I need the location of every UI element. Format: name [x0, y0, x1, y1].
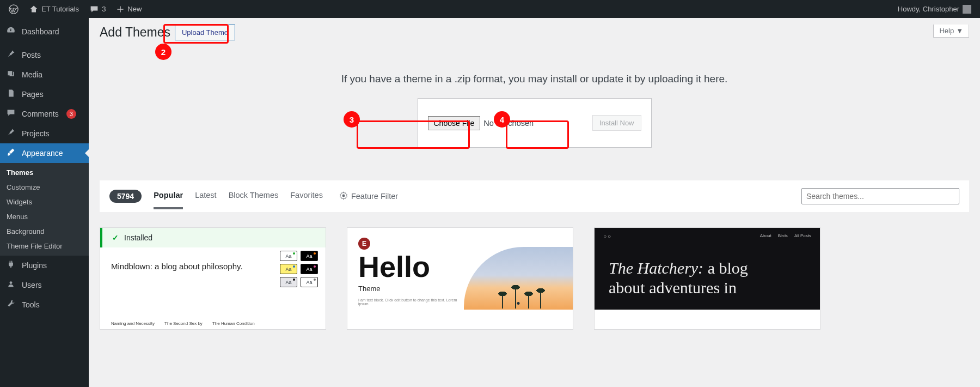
menu-users-label: Users: [22, 281, 42, 289]
pin-icon: [5, 50, 16, 61]
wordpress-icon: [9, 4, 19, 14]
wp-logo[interactable]: [4, 0, 23, 18]
menu-posts-label: Posts: [22, 51, 41, 59]
choose-file-button[interactable]: Choose File: [428, 116, 481, 130]
menu-projects-label: Projects: [22, 129, 50, 138]
headline-italic: The Hatchery:: [609, 259, 703, 277]
gear-icon: [339, 191, 348, 202]
theme-preview: Mindblown: a blog about philosophy. AaAa…: [100, 247, 326, 329]
plug-icon: [5, 260, 16, 271]
theme-card[interactable]: ✓ Installed Mindblown: a blog about phil…: [100, 227, 326, 330]
svg-point-1: [10, 281, 13, 284]
theme-filter-bar: 5794 Popular Latest Block Themes Favorit…: [100, 180, 969, 212]
preview-col2: The Second Sex by: [164, 321, 203, 326]
submenu-customize[interactable]: Customize: [0, 180, 89, 195]
elementor-icon: E: [358, 238, 370, 250]
theme-grid: ✓ Installed Mindblown: a blog about phil…: [100, 227, 969, 330]
admin-top-bar: ET Tutorials 3 New Howdy, Christopher: [0, 0, 980, 18]
menu-pages[interactable]: Pages: [0, 84, 89, 104]
menu-tools[interactable]: Tools: [0, 295, 89, 315]
installed-banner: ✓ Installed: [100, 228, 326, 247]
users-icon: [5, 280, 16, 291]
menu-appearance[interactable]: Appearance: [0, 143, 89, 163]
upload-box: Choose File No file chosen Install Now: [418, 98, 652, 148]
chevron-down-icon: ▼: [956, 27, 963, 35]
search-themes-input[interactable]: [801, 188, 959, 204]
menu-media[interactable]: Media: [0, 65, 89, 84]
tab-latest[interactable]: Latest: [195, 191, 217, 209]
user-avatar: [963, 5, 971, 14]
comment-icon: [90, 5, 99, 14]
submenu-background[interactable]: Background: [0, 224, 89, 239]
feature-filter-label: Feature Filter: [351, 192, 398, 201]
upload-panel: If you have a theme in a .zip format, yo…: [100, 73, 969, 148]
preview-logo: ○○: [603, 233, 612, 239]
menu-dashboard[interactable]: Dashboard: [0, 18, 89, 45]
theme-preview: E Hello Theme I am text block. Click edi…: [347, 228, 573, 310]
wrench-icon: [5, 299, 16, 310]
preview-headline: The Hatchery: a blog about adventures in: [609, 258, 783, 298]
upload-hint-text: If you have a theme in a .zip format, yo…: [100, 73, 969, 85]
upload-theme-button[interactable]: Upload Theme: [175, 25, 235, 40]
tab-favorites[interactable]: Favorites: [290, 191, 323, 209]
submenu-theme-editor[interactable]: Theme File Editor: [0, 239, 89, 253]
theme-preview: ○○ About Birds All Posts The Hatchery: a…: [595, 228, 820, 310]
menu-dashboard-label: Dashboard: [22, 27, 59, 36]
submenu-menus[interactable]: Menus: [0, 209, 89, 224]
feature-filter-link[interactable]: Feature Filter: [339, 191, 398, 202]
menu-projects[interactable]: Projects: [0, 124, 89, 143]
nav-item: All Posts: [794, 233, 811, 238]
menu-comments-label: Comments: [22, 110, 59, 118]
howdy-text: Howdy, Christopher: [898, 5, 959, 13]
menu-users[interactable]: Users: [0, 275, 89, 295]
admin-sidebar: Dashboard Posts Media Pages Comments 3 P…: [0, 18, 89, 387]
comments-count-badge: 3: [66, 109, 76, 119]
preview-col1: Naming and Necessity: [111, 321, 155, 326]
preview-col3: The Human Condition: [212, 321, 255, 326]
style-swatches: AaAa AaAa AaAa: [280, 251, 318, 287]
annotation-badge-4: 4: [494, 111, 510, 128]
installed-label: Installed: [124, 233, 152, 242]
brush-icon: [5, 148, 16, 159]
new-label: New: [127, 5, 142, 13]
submenu-themes[interactable]: Themes: [0, 165, 89, 180]
menu-plugins[interactable]: Plugins: [0, 256, 89, 275]
menu-pages-label: Pages: [22, 90, 44, 99]
page-title: Add Themes: [100, 25, 170, 40]
howdy-user[interactable]: Howdy, Christopher: [893, 0, 976, 18]
home-icon: [29, 5, 38, 14]
help-tab[interactable]: Help ▼: [933, 25, 969, 38]
annotation-badge-2: 2: [155, 44, 171, 60]
content-area: Help ▼ Add Themes Upload Theme If you ha…: [89, 18, 980, 387]
plus-icon: [117, 5, 124, 13]
adminbar-comments[interactable]: 3: [85, 0, 110, 18]
menu-plugins-label: Plugins: [22, 261, 47, 270]
menu-appearance-label: Appearance: [22, 149, 63, 158]
appearance-submenu: Themes Customize Widgets Menus Backgroun…: [0, 163, 89, 256]
gauge-icon: [5, 26, 16, 38]
theme-card[interactable]: E Hello Theme I am text block. Click edi…: [347, 227, 573, 330]
menu-media-label: Media: [22, 70, 42, 79]
tab-popular[interactable]: Popular: [154, 191, 183, 209]
preview-lorem: I am text block. Click edit button to ch…: [358, 298, 467, 306]
media-icon: [5, 69, 16, 80]
menu-comments[interactable]: Comments 3: [0, 104, 89, 124]
svg-point-2: [342, 194, 345, 197]
adminbar-comments-count: 3: [102, 5, 106, 13]
theme-card[interactable]: ○○ About Birds All Posts The Hatchery: a…: [594, 227, 820, 330]
pin-icon: [5, 128, 16, 139]
menu-posts[interactable]: Posts: [0, 45, 89, 65]
tab-block-themes[interactable]: Block Themes: [229, 191, 279, 209]
menu-tools-label: Tools: [22, 300, 40, 309]
comment-icon: [5, 108, 16, 119]
site-name: ET Tutorials: [41, 5, 79, 13]
install-now-button[interactable]: Install Now: [592, 115, 641, 131]
help-label: Help: [939, 27, 954, 35]
site-home-link[interactable]: ET Tutorials: [25, 0, 83, 18]
nav-item: About: [760, 233, 771, 238]
nav-item: Birds: [778, 233, 788, 238]
theme-count: 5794: [109, 190, 142, 203]
adminbar-new[interactable]: New: [112, 0, 146, 18]
submenu-widgets[interactable]: Widgets: [0, 195, 89, 209]
annotation-badge-3: 3: [344, 111, 360, 128]
